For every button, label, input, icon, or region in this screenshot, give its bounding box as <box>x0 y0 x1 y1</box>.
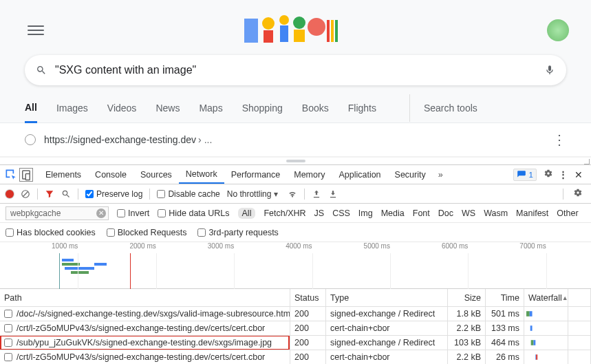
google-doodle[interactable] <box>244 13 347 47</box>
search-tools[interactable]: Search tools <box>409 94 477 122</box>
row-checkbox[interactable] <box>4 324 12 332</box>
type-css[interactable]: CSS <box>332 208 350 218</box>
type-font[interactable]: Font <box>413 208 430 218</box>
tab-news[interactable]: News <box>155 94 180 122</box>
timeline-overview[interactable]: 1000 ms2000 ms3000 ms4000 ms5000 ms6000 … <box>0 242 591 289</box>
type-js[interactable]: JS <box>314 208 325 218</box>
menu-icon[interactable] <box>28 22 44 39</box>
filter-input[interactable] <box>6 206 109 220</box>
issues-badge[interactable]: 1 <box>513 169 537 181</box>
type-doc[interactable]: Doc <box>438 208 453 218</box>
svg-rect-17 <box>530 325 533 331</box>
devtools-close-icon[interactable]: ✕ <box>570 169 587 180</box>
record-button[interactable] <box>6 190 14 198</box>
filter-icon[interactable] <box>45 189 54 199</box>
pane-network[interactable]: Network <box>179 165 224 184</box>
element-picker-icon[interactable] <box>4 168 18 182</box>
clear-icon[interactable] <box>21 189 30 199</box>
svg-rect-6 <box>294 30 305 42</box>
network-settings-icon[interactable] <box>570 188 585 200</box>
tab-shopping[interactable]: Shopping <box>242 94 283 122</box>
cell-waterfall <box>524 350 568 364</box>
type-manifest[interactable]: Manifest <box>516 208 548 218</box>
download-har-icon[interactable] <box>328 189 338 199</box>
search-icon <box>36 65 47 76</box>
settings-icon[interactable] <box>541 169 556 180</box>
cell-path-text: /doc/-/s/signed-exchange-testing.dev/sxg… <box>17 309 290 319</box>
tab-maps[interactable]: Maps <box>199 94 222 122</box>
type-ws[interactable]: WS <box>462 208 475 218</box>
cell-path-text: /crt/l-zG5oMUPv43/s/signed-exchange-test… <box>17 352 265 362</box>
svg-rect-8 <box>327 20 330 42</box>
type-media[interactable]: Media <box>381 208 405 218</box>
mic-icon[interactable] <box>544 65 555 76</box>
device-toggle-icon[interactable] <box>19 168 33 182</box>
blocked-requests-checkbox[interactable]: Blocked Requests <box>107 228 187 237</box>
cell-overflow <box>568 307 591 321</box>
throttling-select[interactable]: No throttling <box>227 189 279 199</box>
type-fetchxhr[interactable]: Fetch/XHR <box>264 208 305 218</box>
pane-performance[interactable]: Performance <box>224 165 288 184</box>
pane-sources[interactable]: Sources <box>133 165 179 184</box>
tab-videos[interactable]: Videos <box>107 94 137 122</box>
clear-filter-icon[interactable]: ✕ <box>96 208 106 218</box>
devtools-menu-icon[interactable]: ⋮ <box>556 169 570 180</box>
col-path[interactable]: Path <box>0 289 290 307</box>
row-checkbox[interactable] <box>4 310 12 318</box>
cell-size: 2.2 kB <box>448 350 486 364</box>
network-conditions-icon[interactable] <box>288 189 297 199</box>
tab-books[interactable]: Books <box>302 94 329 122</box>
table-row[interactable]: /doc/-/s/signed-exchange-testing.dev/sxg… <box>0 307 591 321</box>
row-checkbox[interactable] <box>4 353 12 361</box>
tab-all[interactable]: All <box>25 94 37 123</box>
table-row[interactable]: /crt/l-zG5oMUPv43/s/signed-exchange-test… <box>0 321 591 336</box>
tab-images[interactable]: Images <box>56 94 88 122</box>
cell-type: cert-chain+cbor <box>326 350 448 364</box>
more-panes-icon[interactable]: » <box>436 170 446 180</box>
search-requests-icon[interactable] <box>61 189 71 199</box>
result-more-icon[interactable]: ⋮ <box>552 131 566 148</box>
type-wasm[interactable]: Wasm <box>484 208 508 218</box>
pane-memory[interactable]: Memory <box>287 165 332 184</box>
devtools-tabs: Elements Console Sources Network Perform… <box>0 165 591 184</box>
cell-status: 200 <box>290 307 326 321</box>
cell-size: 2.2 kB <box>448 321 486 336</box>
preserve-log-checkbox[interactable]: Preserve log <box>85 189 142 199</box>
third-party-checkbox[interactable]: 3rd-party requests <box>197 228 278 237</box>
col-time[interactable]: Time <box>486 289 524 307</box>
disable-cache-checkbox[interactable]: Disable cache <box>157 189 219 199</box>
pane-application[interactable]: Application <box>332 165 387 184</box>
svg-point-3 <box>279 15 289 25</box>
col-size[interactable]: Size <box>448 289 486 307</box>
pane-security[interactable]: Security <box>388 165 433 184</box>
type-all[interactable]: All <box>238 208 256 219</box>
type-img[interactable]: Img <box>358 208 373 218</box>
globe-icon <box>25 134 36 145</box>
avatar[interactable] <box>547 19 569 41</box>
cell-status: 200 <box>290 336 326 350</box>
type-other[interactable]: Other <box>557 208 578 218</box>
upload-har-icon[interactable] <box>312 189 321 199</box>
cell-time: 464 ms <box>486 336 524 350</box>
search-input[interactable] <box>55 64 539 76</box>
row-checkbox[interactable] <box>4 339 12 347</box>
result-url-rest: ... <box>204 134 213 145</box>
col-status[interactable]: Status <box>290 289 326 307</box>
cell-waterfall <box>524 336 568 350</box>
timeline-tick: 7000 ms <box>519 242 546 250</box>
col-waterfall[interactable]: Waterfall <box>524 289 568 307</box>
table-row[interactable]: /crt/l-zG5oMUPv43/s/signed-exchange-test… <box>0 350 591 364</box>
search-result[interactable]: https://signed-exchange-testing.dev › ..… <box>0 123 591 157</box>
blocked-cookies-checkbox[interactable]: Has blocked cookies <box>6 228 96 237</box>
hide-dataurls-checkbox[interactable]: Hide data URLs <box>158 208 229 218</box>
invert-checkbox[interactable]: Invert <box>117 208 149 218</box>
cell-waterfall <box>524 321 568 336</box>
devtools-drag-handle[interactable] <box>0 157 591 165</box>
tab-flights[interactable]: Flights <box>348 94 376 122</box>
pane-elements[interactable]: Elements <box>39 165 88 184</box>
col-type[interactable]: Type <box>326 289 448 307</box>
svg-rect-18 <box>531 340 534 345</box>
pane-console[interactable]: Console <box>88 165 133 184</box>
resize-corner-icon[interactable] <box>583 158 590 164</box>
table-row[interactable]: /sub/ypu_jZuGukVK/s/signed-exchange-test… <box>0 336 591 350</box>
